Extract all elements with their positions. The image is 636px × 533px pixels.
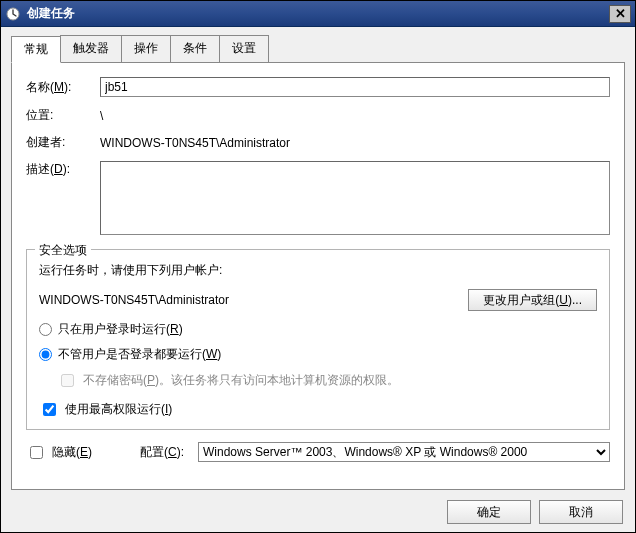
tab-settings[interactable]: 设置 bbox=[219, 35, 269, 62]
name-input[interactable] bbox=[100, 77, 610, 97]
ok-label: 确定 bbox=[477, 504, 501, 521]
tab-actions-label: 操作 bbox=[134, 41, 158, 55]
client-area: 常规 触发器 操作 条件 设置 名称(M): 位置: \ 创建者: WINDOW… bbox=[1, 27, 635, 532]
radio-logged-on[interactable]: 只在用户登录时运行(R) bbox=[39, 321, 597, 338]
change-user-label: 更改用户或组(U)... bbox=[483, 292, 582, 309]
security-options-group: 安全选项 运行任务时，请使用下列用户帐户: WINDOWS-T0NS45T\Ad… bbox=[26, 249, 610, 430]
location-value: \ bbox=[100, 109, 103, 123]
tab-actions[interactable]: 操作 bbox=[121, 35, 171, 62]
radio-any-login-input[interactable] bbox=[39, 348, 52, 361]
radio-logged-on-input[interactable] bbox=[39, 323, 52, 336]
highest-privileges[interactable]: 使用最高权限运行(I) bbox=[39, 400, 597, 419]
description-label: 描述(D): bbox=[26, 161, 100, 178]
nostore-password-label: 不存储密码(P)。该任务将只有访问本地计算机资源的权限。 bbox=[83, 372, 399, 389]
tab-general[interactable]: 常规 bbox=[11, 36, 61, 63]
tab-conditions[interactable]: 条件 bbox=[170, 35, 220, 62]
tab-triggers[interactable]: 触发器 bbox=[60, 35, 122, 62]
cancel-label: 取消 bbox=[569, 504, 593, 521]
creator-value: WINDOWS-T0NS45T\Administrator bbox=[100, 136, 290, 150]
close-icon: ✕ bbox=[615, 7, 626, 20]
bottom-row: 隐藏(E) 配置(C): Windows Server™ 2003、Window… bbox=[26, 442, 610, 462]
radio-any-login-label: 不管用户是否登录都要运行(W) bbox=[58, 346, 221, 363]
hidden-checkbox[interactable]: 隐藏(E) bbox=[26, 443, 92, 462]
highest-privileges-input[interactable] bbox=[43, 403, 56, 416]
creator-label: 创建者: bbox=[26, 134, 100, 151]
highest-privileges-label: 使用最高权限运行(I) bbox=[65, 401, 172, 418]
security-legend: 安全选项 bbox=[35, 242, 91, 259]
window-title: 创建任务 bbox=[27, 5, 609, 22]
tab-settings-label: 设置 bbox=[232, 41, 256, 55]
name-label: 名称(M): bbox=[26, 79, 100, 96]
hidden-label: 隐藏(E) bbox=[52, 444, 92, 461]
ok-button[interactable]: 确定 bbox=[447, 500, 531, 524]
location-label: 位置: bbox=[26, 107, 100, 124]
tab-triggers-label: 触发器 bbox=[73, 41, 109, 55]
tab-general-label: 常规 bbox=[24, 42, 48, 56]
radio-logged-on-label: 只在用户登录时运行(R) bbox=[58, 321, 183, 338]
run-as-label: 运行任务时，请使用下列用户帐户: bbox=[39, 262, 222, 279]
nostore-password-input bbox=[61, 374, 74, 387]
tab-strip: 常规 触发器 操作 条件 设置 bbox=[11, 35, 625, 62]
tab-conditions-label: 条件 bbox=[183, 41, 207, 55]
dialog-buttons: 确定 取消 bbox=[11, 490, 625, 524]
app-icon bbox=[5, 6, 21, 22]
description-input[interactable] bbox=[100, 161, 610, 235]
change-user-button[interactable]: 更改用户或组(U)... bbox=[468, 289, 597, 311]
cancel-button[interactable]: 取消 bbox=[539, 500, 623, 524]
nostore-password: 不存储密码(P)。该任务将只有访问本地计算机资源的权限。 bbox=[57, 371, 597, 390]
radio-any-login[interactable]: 不管用户是否登录都要运行(W) bbox=[39, 346, 597, 363]
run-as-account: WINDOWS-T0NS45T\Administrator bbox=[39, 293, 468, 307]
close-button[interactable]: ✕ bbox=[609, 5, 631, 23]
tab-page-general: 名称(M): 位置: \ 创建者: WINDOWS-T0NS45T\Admini… bbox=[11, 62, 625, 490]
configure-for-select[interactable]: Windows Server™ 2003、Windows® XP 或 Windo… bbox=[198, 442, 610, 462]
hidden-checkbox-input[interactable] bbox=[30, 446, 43, 459]
titlebar: 创建任务 ✕ bbox=[1, 1, 635, 27]
configure-for-label: 配置(C): bbox=[140, 444, 184, 461]
